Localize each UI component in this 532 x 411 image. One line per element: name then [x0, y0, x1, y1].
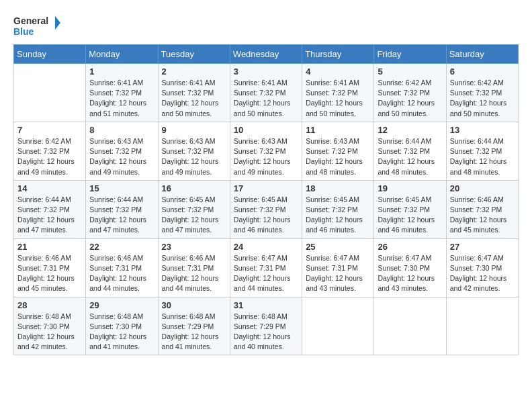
day-info: Sunrise: 6:48 AMSunset: 7:29 PMDaylight:…: [234, 312, 298, 353]
day-info: Sunrise: 6:47 AMSunset: 7:30 PMDaylight:…: [450, 253, 515, 294]
weekday-header: Friday: [374, 45, 446, 64]
day-number: 27: [450, 242, 515, 252]
calendar-body: 1Sunrise: 6:41 AMSunset: 7:32 PMDaylight…: [14, 64, 519, 355]
calendar-cell: [302, 297, 374, 355]
calendar-cell: 21Sunrise: 6:46 AMSunset: 7:31 PMDayligh…: [14, 238, 86, 297]
calendar-cell: 30Sunrise: 6:48 AMSunset: 7:29 PMDayligh…: [158, 297, 230, 355]
calendar-cell: 19Sunrise: 6:45 AMSunset: 7:32 PMDayligh…: [374, 180, 446, 238]
day-number: 15: [89, 183, 154, 193]
logo: General Blue: [13, 13, 60, 40]
calendar-week-row: 7Sunrise: 6:42 AMSunset: 7:32 PMDaylight…: [14, 122, 519, 180]
day-number: 5: [378, 66, 442, 77]
calendar-cell: 17Sunrise: 6:45 AMSunset: 7:32 PMDayligh…: [230, 180, 302, 238]
day-info: Sunrise: 6:43 AMSunset: 7:32 PMDaylight:…: [162, 136, 226, 177]
day-info: Sunrise: 6:45 AMSunset: 7:32 PMDaylight:…: [306, 195, 370, 236]
day-number: 7: [17, 125, 82, 135]
day-number: 1: [89, 66, 154, 77]
calendar-cell: 14Sunrise: 6:44 AMSunset: 7:32 PMDayligh…: [14, 180, 86, 238]
calendar-week-row: 14Sunrise: 6:44 AMSunset: 7:32 PMDayligh…: [14, 180, 519, 238]
day-info: Sunrise: 6:42 AMSunset: 7:32 PMDaylight:…: [378, 78, 442, 119]
calendar-cell: [374, 297, 446, 355]
day-info: Sunrise: 6:46 AMSunset: 7:31 PMDaylight:…: [89, 253, 154, 294]
day-number: 30: [162, 300, 226, 310]
day-number: 17: [234, 183, 298, 193]
day-info: Sunrise: 6:43 AMSunset: 7:32 PMDaylight:…: [234, 136, 298, 177]
calendar-cell: 5Sunrise: 6:42 AMSunset: 7:32 PMDaylight…: [374, 64, 446, 122]
calendar-cell: 29Sunrise: 6:48 AMSunset: 7:30 PMDayligh…: [86, 297, 158, 355]
day-info: Sunrise: 6:44 AMSunset: 7:32 PMDaylight:…: [450, 136, 515, 177]
calendar-cell: 31Sunrise: 6:48 AMSunset: 7:29 PMDayligh…: [230, 297, 302, 355]
weekday-header: Thursday: [302, 45, 374, 64]
day-info: Sunrise: 6:41 AMSunset: 7:32 PMDaylight:…: [89, 78, 154, 119]
day-number: 10: [234, 125, 298, 135]
day-number: 28: [17, 300, 82, 310]
day-number: 21: [17, 242, 82, 252]
day-info: Sunrise: 6:45 AMSunset: 7:32 PMDaylight:…: [378, 195, 442, 236]
day-number: 2: [162, 66, 226, 77]
day-number: 4: [306, 66, 370, 77]
day-info: Sunrise: 6:46 AMSunset: 7:32 PMDaylight:…: [450, 195, 515, 236]
logo-svg: General Blue: [13, 13, 60, 40]
day-number: 12: [378, 125, 442, 135]
weekday-header: Monday: [86, 45, 158, 64]
day-number: 14: [17, 183, 82, 193]
calendar-cell: 6Sunrise: 6:42 AMSunset: 7:32 PMDaylight…: [446, 64, 518, 122]
day-number: 3: [234, 66, 298, 77]
day-number: 31: [234, 300, 298, 310]
day-info: Sunrise: 6:41 AMSunset: 7:32 PMDaylight:…: [306, 78, 370, 119]
calendar-cell: 8Sunrise: 6:43 AMSunset: 7:32 PMDaylight…: [86, 122, 158, 180]
day-number: 8: [89, 125, 154, 135]
calendar-cell: 1Sunrise: 6:41 AMSunset: 7:32 PMDaylight…: [86, 64, 158, 122]
calendar-cell: 26Sunrise: 6:47 AMSunset: 7:30 PMDayligh…: [374, 238, 446, 297]
day-number: 6: [450, 66, 515, 77]
calendar-cell: 20Sunrise: 6:46 AMSunset: 7:32 PMDayligh…: [446, 180, 518, 238]
calendar-week-row: 1Sunrise: 6:41 AMSunset: 7:32 PMDaylight…: [14, 64, 519, 122]
page-header: General Blue: [13, 13, 519, 40]
day-info: Sunrise: 6:45 AMSunset: 7:32 PMDaylight:…: [162, 195, 226, 236]
day-info: Sunrise: 6:42 AMSunset: 7:32 PMDaylight:…: [17, 136, 82, 177]
day-number: 29: [89, 300, 154, 310]
day-info: Sunrise: 6:41 AMSunset: 7:32 PMDaylight:…: [162, 78, 226, 119]
day-number: 26: [378, 242, 442, 252]
calendar-cell: 12Sunrise: 6:44 AMSunset: 7:32 PMDayligh…: [374, 122, 446, 180]
weekday-header: Tuesday: [158, 45, 230, 64]
calendar-cell: [14, 64, 86, 122]
day-number: 9: [162, 125, 226, 135]
day-info: Sunrise: 6:44 AMSunset: 7:32 PMDaylight:…: [89, 195, 154, 236]
calendar-cell: 4Sunrise: 6:41 AMSunset: 7:32 PMDaylight…: [302, 64, 374, 122]
day-number: 19: [378, 183, 442, 193]
calendar-week-row: 28Sunrise: 6:48 AMSunset: 7:30 PMDayligh…: [14, 297, 519, 355]
calendar-cell: 22Sunrise: 6:46 AMSunset: 7:31 PMDayligh…: [86, 238, 158, 297]
calendar-cell: 16Sunrise: 6:45 AMSunset: 7:32 PMDayligh…: [158, 180, 230, 238]
calendar-cell: 24Sunrise: 6:47 AMSunset: 7:31 PMDayligh…: [230, 238, 302, 297]
calendar-cell: [446, 297, 518, 355]
calendar-cell: 11Sunrise: 6:43 AMSunset: 7:32 PMDayligh…: [302, 122, 374, 180]
weekday-header: Sunday: [14, 45, 86, 64]
svg-marker-2: [55, 16, 60, 30]
svg-text:General: General: [13, 15, 48, 26]
day-number: 13: [450, 125, 515, 135]
calendar-cell: 2Sunrise: 6:41 AMSunset: 7:32 PMDaylight…: [158, 64, 230, 122]
day-number: 25: [306, 242, 370, 252]
day-info: Sunrise: 6:48 AMSunset: 7:29 PMDaylight:…: [162, 312, 226, 353]
day-info: Sunrise: 6:43 AMSunset: 7:32 PMDaylight:…: [306, 136, 370, 177]
day-info: Sunrise: 6:48 AMSunset: 7:30 PMDaylight:…: [17, 312, 82, 353]
calendar-cell: 28Sunrise: 6:48 AMSunset: 7:30 PMDayligh…: [14, 297, 86, 355]
calendar-cell: 9Sunrise: 6:43 AMSunset: 7:32 PMDaylight…: [158, 122, 230, 180]
calendar-cell: 10Sunrise: 6:43 AMSunset: 7:32 PMDayligh…: [230, 122, 302, 180]
day-number: 11: [306, 125, 370, 135]
day-info: Sunrise: 6:47 AMSunset: 7:31 PMDaylight:…: [306, 253, 370, 294]
day-info: Sunrise: 6:45 AMSunset: 7:32 PMDaylight:…: [234, 195, 298, 236]
day-info: Sunrise: 6:46 AMSunset: 7:31 PMDaylight:…: [162, 253, 226, 294]
day-info: Sunrise: 6:44 AMSunset: 7:32 PMDaylight:…: [17, 195, 82, 236]
calendar-cell: 18Sunrise: 6:45 AMSunset: 7:32 PMDayligh…: [302, 180, 374, 238]
weekday-header: Saturday: [446, 45, 518, 64]
calendar-cell: 27Sunrise: 6:47 AMSunset: 7:30 PMDayligh…: [446, 238, 518, 297]
calendar-cell: 23Sunrise: 6:46 AMSunset: 7:31 PMDayligh…: [158, 238, 230, 297]
calendar-header: SundayMondayTuesdayWednesdayThursdayFrid…: [14, 45, 519, 64]
day-info: Sunrise: 6:43 AMSunset: 7:32 PMDaylight:…: [89, 136, 154, 177]
day-number: 16: [162, 183, 226, 193]
day-number: 20: [450, 183, 515, 193]
day-info: Sunrise: 6:46 AMSunset: 7:31 PMDaylight:…: [17, 253, 82, 294]
day-info: Sunrise: 6:44 AMSunset: 7:32 PMDaylight:…: [378, 136, 442, 177]
